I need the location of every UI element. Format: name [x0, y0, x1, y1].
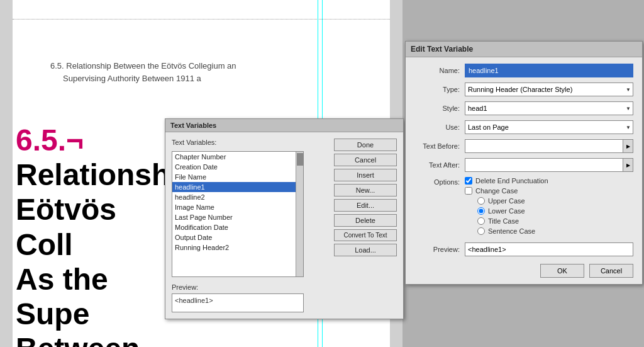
etv-use-select[interactable]: First on PageLast on PageLast on Page (C… — [465, 120, 633, 134]
tv-list-item[interactable]: Image Name — [172, 202, 303, 212]
etv-change-case-label: Change Case — [475, 187, 518, 195]
etv-name-row: Name: — [414, 64, 633, 77]
edit-text-variable-dialog: Edit Text Variable Name: Type: Running H… — [405, 41, 643, 285]
tv-list-item[interactable]: Modification Date — [172, 222, 303, 232]
tv-list-item[interactable]: Running Header2 — [172, 242, 303, 253]
etv-type-row: Type: Running Header (Character Style)Ru… — [414, 82, 633, 96]
etv-options-row: Options: Delete End Punctuation Change C… — [414, 177, 633, 237]
convert-to-text-button[interactable]: Convert To Text — [334, 229, 397, 241]
etv-title-case-row: Title Case — [477, 217, 633, 225]
tv-preview-label: Preview: — [172, 283, 397, 291]
etv-use-label: Use: — [414, 123, 465, 131]
etv-text-before-label: Text Before: — [414, 142, 465, 150]
etv-text-before-row: Text Before: ▶ — [414, 139, 633, 153]
tv-list-container: Chapter NumberCreation DateFile Namehead… — [172, 151, 304, 277]
etv-delete-end-punct-label: Delete End Punctuation — [475, 177, 548, 185]
etv-name-label: Name: — [414, 67, 465, 74]
tv-list-item[interactable]: Output Date — [172, 232, 303, 242]
etv-preview-row: Preview: <headline1> — [414, 242, 633, 256]
etv-type-select-wrap: Running Header (Character Style)Running … — [465, 82, 633, 96]
etv-title-case-label: Title Case — [488, 217, 519, 225]
etv-change-case-row: Change Case — [465, 187, 633, 195]
new-button[interactable]: New... — [334, 184, 397, 196]
etv-upper-case-radio[interactable] — [477, 197, 485, 205]
etv-delete-end-punct-checkbox[interactable] — [465, 177, 472, 185]
tv-list[interactable]: Chapter NumberCreation DateFile Namehead… — [172, 152, 303, 276]
etv-dialog-buttons: OK Cancel — [414, 264, 633, 278]
etv-type-label: Type: — [414, 86, 465, 93]
dotted-rule — [13, 19, 390, 20]
etv-type-select[interactable]: Running Header (Character Style)Running … — [465, 82, 633, 96]
etv-sentence-case-row: Sentence Case — [477, 227, 633, 235]
etv-text-after-arrow[interactable]: ▶ — [623, 158, 633, 172]
tv-list-item[interactable]: Creation Date — [172, 162, 303, 172]
big-line-4: As the Supe — [16, 262, 176, 331]
tv-list-label: Text Variables: — [172, 139, 329, 146]
etv-style-select[interactable]: head1 — [465, 101, 633, 115]
etv-text-before-input[interactable] — [465, 139, 623, 153]
etv-use-row: Use: First on PageLast on PageLast on Pa… — [414, 120, 633, 134]
big-line-5: Between 191 — [16, 331, 176, 347]
done-button[interactable]: Done — [334, 139, 397, 151]
load-button[interactable]: Load... — [334, 244, 397, 256]
tv-list-item[interactable]: Last Page Number — [172, 212, 303, 222]
etv-title: Edit Text Variable — [411, 45, 473, 54]
insert-button[interactable]: Insert — [334, 169, 397, 181]
chapter-subheading: Supervising Authority Between 1911 a — [63, 72, 384, 85]
etv-lower-case-row: Lower Case — [477, 207, 633, 215]
cancel-button[interactable]: Cancel — [334, 154, 397, 166]
etv-ok-button[interactable]: OK — [540, 264, 584, 278]
etv-change-case-checkbox[interactable] — [465, 187, 472, 195]
big-text-block: 6.5.¬ Relationshi Eötvös Coll As the Sup… — [16, 123, 176, 347]
etv-use-select-wrap: First on PageLast on PageLast on Page (C… — [465, 120, 633, 134]
edit-button[interactable]: Edit... — [334, 199, 397, 212]
etv-sentence-case-radio[interactable] — [477, 227, 485, 235]
etv-upper-case-row: Upper Case — [477, 197, 633, 205]
etv-name-input[interactable] — [465, 64, 633, 77]
tv-title: Text Variables — [170, 122, 216, 129]
etv-sentence-case-label: Sentence Case — [488, 227, 535, 235]
tv-list-item[interactable]: File Name — [172, 172, 303, 182]
etv-text-after-input[interactable] — [465, 158, 623, 172]
tv-list-item[interactable]: headline1 — [172, 182, 303, 192]
big-line-2: Relationshi — [16, 157, 176, 192]
etv-preview-label: Preview: — [414, 246, 465, 253]
tv-buttons: Done Cancel Insert New... Edit... Delete… — [334, 139, 397, 277]
etv-delete-end-punct-row: Delete End Punctuation — [465, 177, 633, 185]
tv-scrollbar[interactable] — [296, 152, 303, 276]
etv-style-select-wrap: head1 — [465, 101, 633, 115]
tv-list-item[interactable]: Chapter Number — [172, 152, 303, 162]
etv-lower-case-radio[interactable] — [477, 207, 485, 215]
etv-style-label: Style: — [414, 105, 465, 112]
text-variables-dialog: Text Variables Text Variables: Chapter N… — [165, 118, 404, 319]
etv-options-label: Options: — [414, 177, 465, 186]
tv-title-bar: Text Variables — [165, 119, 403, 132]
etv-text-before-arrow[interactable]: ▶ — [623, 139, 633, 153]
etv-lower-case-label: Lower Case — [488, 207, 525, 215]
etv-text-after-row: Text After: ▶ — [414, 158, 633, 172]
etv-style-row: Style: head1 — [414, 101, 633, 115]
big-line-1: 6.5.¬ — [16, 123, 176, 157]
etv-title-bar: Edit Text Variable — [406, 42, 642, 57]
etv-cancel-button[interactable]: Cancel — [589, 264, 633, 278]
etv-case-options-group: Upper Case Lower Case Title Case Sentenc… — [477, 197, 633, 235]
delete-button[interactable]: Delete — [334, 214, 397, 227]
tv-list-item[interactable]: headline2 — [172, 192, 303, 202]
etv-title-case-radio[interactable] — [477, 217, 485, 225]
etv-preview-value: <headline1> — [465, 242, 633, 256]
tv-preview-value: <headline1> — [172, 293, 304, 312]
chapter-heading: 6.5. Relationship Between the Eötvös Col… — [50, 60, 384, 72]
etv-text-after-label: Text After: — [414, 161, 465, 169]
etv-upper-case-label: Upper Case — [488, 197, 525, 205]
etv-options-content: Delete End Punctuation Change Case Upper… — [465, 177, 633, 237]
big-line-3: Eötvös Coll — [16, 192, 176, 261]
